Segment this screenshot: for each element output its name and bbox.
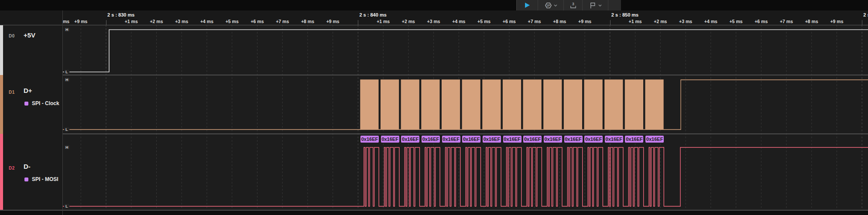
decoded-frame-bubble[interactable]: 0x16EF [422,136,440,143]
timeline-minor-label: +8 ms [805,19,818,24]
radix-button[interactable]: 1F [538,0,563,10]
timeline-minor-label: +1 ms [377,19,390,24]
channel-sidebar: D0 +5V D1 D+ SPI - Clock D2 D- SPI - MOS… [0,25,62,210]
decoded-frame-bubble[interactable]: 0x16EF [381,136,399,143]
timeline-minor-label: +6 ms [503,19,516,24]
waveform-canvas[interactable] [0,0,868,215]
timeline-minor-label: +3 ms [427,19,440,24]
toolbar-spacer [608,0,621,10]
decoded-frame-bubble[interactable]: 0x16EF [605,136,623,143]
timeline-minor-label: +9 ms [578,19,591,24]
channel-name[interactable]: D+ [24,87,32,94]
decoded-frame-bubble[interactable]: 0x16EF [584,136,603,143]
timeline-major-label: 2 s : 840 ms [359,12,386,17]
decoded-frame-bubble[interactable]: 0x16EF [564,136,583,143]
low-level-marker: L [64,127,69,132]
timeline-minor-label: +6 ms [755,19,768,24]
timeline-minor-label: +7 ms [780,19,793,24]
toolbar: 1F 3 [516,0,621,10]
decoded-frame-bubble[interactable]: 0x16EF [645,136,664,143]
measure-icon: 3 [569,1,577,10]
timeline-major-tick [358,20,358,25]
timeline-minor-label: +3 ms [175,19,188,24]
channel-name[interactable]: D- [24,163,31,170]
decoded-frame-bubble[interactable]: 0x16EF [503,136,521,143]
channel-name[interactable]: +5V [24,31,35,39]
timeline-minor-label: +4 ms [704,19,717,24]
high-level-marker: H [64,78,70,82]
sidebar-border [62,10,63,215]
timeline-minor-label: +7 ms [276,19,289,24]
timeline-minor-label: +5 ms [729,19,742,24]
timeline-minor-label: +9 ms [326,19,340,24]
measurements-button[interactable]: 3 [564,0,582,10]
analyzer-legend[interactable]: SPI - Clock [24,100,59,106]
timeline-minor-label: +1 ms [629,19,642,24]
d1-waveform [62,80,868,130]
channel-color-strip [0,134,3,210]
analyzer-swatch [24,102,28,106]
timeline-minor-label: +1 ms [125,19,138,24]
decoded-frame-bubble[interactable]: 0x16EF [360,136,379,143]
chevron-down-icon [554,4,557,7]
timeline-major-tick [610,20,611,25]
analyzer-swatch [24,177,28,181]
channel-row-d0[interactable]: D0 +5V [0,25,62,75]
decoded-frame-bubble[interactable]: 0x16EF [401,136,419,143]
timeline-major-tick [106,20,106,25]
low-level-marker: L [64,70,69,74]
timeline-major-label: 2 s : 830 ms [107,12,134,17]
analyzer-label: SPI - MOSI [32,176,58,182]
timeline-minor-label: +5 ms [226,19,239,24]
channel-id: D0 [9,34,15,38]
timeline-minor-label: +2 ms [654,19,667,24]
decoded-frame-bubble[interactable]: 0x16EF [462,136,480,143]
low-level-marker: L [64,204,69,208]
row-separator [0,133,868,134]
flag-icon [589,1,597,10]
decoded-frame-bubble[interactable]: 0x16EF [483,136,501,143]
channel-color-strip [0,75,3,134]
annotations-button[interactable] [583,0,608,10]
svg-text:1F: 1F [546,3,550,7]
timeline-minor-label: +2 ms [402,19,415,24]
bottom-strip [0,211,868,215]
row-separator [0,75,868,75]
high-level-marker: H [64,145,70,150]
analyzer-legend[interactable]: SPI - MOSI [24,176,58,182]
chevron-down-icon [598,4,602,7]
decoded-frame-bubble[interactable]: 0x16EF [544,136,562,143]
timeline-minor-label: +3 ms [679,19,692,24]
timeline-minor-label: ms [63,19,69,24]
analyzer-label: SPI - Clock [32,100,59,106]
timeline-ruler[interactable]: 2 s : 830 ms+1 ms+2 ms+3 ms+4 ms+5 ms+6 … [0,10,868,25]
timeline-minor-label: +8 ms [301,19,314,24]
timeline-minor-label: +7 ms [528,19,541,24]
timeline-major-label: 2 s : 850 ms [611,12,638,17]
d2-waveform [62,147,868,206]
play-icon [525,2,530,8]
timeline-major-label: 2 s : [863,12,868,17]
top-bar: 1F 3 [0,0,868,10]
timeline-minor-label: +9 ms [830,19,843,24]
svg-text:3: 3 [572,1,574,6]
channel-row-d1[interactable]: D1 D+ SPI - Clock [0,75,62,134]
decoded-frame-bubble[interactable]: 0x16EF [523,136,542,143]
timeline-major-tick [862,20,862,25]
timeline-minor-label: +2 ms [150,19,163,24]
hexagon-radix-icon: 1F [544,1,552,10]
decoded-frame-bubble[interactable]: 0x16EF [442,136,460,143]
high-level-marker: H [64,27,70,32]
channel-color-strip [0,25,3,75]
timeline-minor-label: +8 ms [553,19,566,24]
timeline-minor-label: +4 ms [452,19,465,24]
timeline-minor-label: +9 ms [74,19,87,24]
d0-waveform [62,30,868,72]
channel-id: D2 [9,166,15,171]
channel-row-d2[interactable]: D2 D- SPI - MOSI [0,134,62,210]
decoded-frame-bubble[interactable]: 0x16EF [625,136,643,143]
channel-id: D1 [9,90,15,95]
timeline-minor-label: +4 ms [200,19,213,24]
timeline-minor-label: +5 ms [477,19,491,24]
play-button[interactable] [517,0,538,10]
